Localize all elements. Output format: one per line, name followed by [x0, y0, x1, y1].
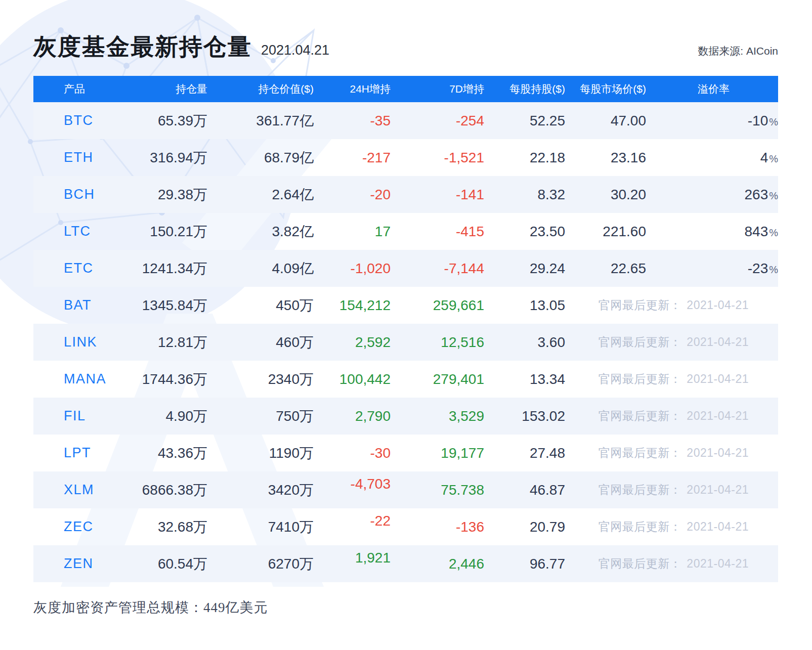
- official-update-date: 2021-04-21: [687, 520, 749, 533]
- holdings-cell: 316.94万: [135, 139, 207, 176]
- per-share-cell: 8.32: [484, 176, 565, 213]
- per-share-cell: 13.05: [484, 287, 565, 324]
- change-24h-cell: -35: [314, 102, 391, 139]
- column-header: 溢价率: [646, 76, 778, 102]
- holdings-value-cell: 460万: [207, 324, 314, 361]
- holdings-value-cell: 3.82亿: [207, 213, 314, 250]
- official-update-cell: 官网最后更新：2021-04-21: [565, 471, 778, 508]
- holdings-cell: 6866.38万: [135, 471, 207, 508]
- product-cell[interactable]: BTC: [33, 102, 135, 139]
- market-price-cell: 22.65: [565, 250, 646, 287]
- change-24h-cell: 17: [314, 213, 391, 250]
- change-24h-value: -20: [370, 187, 391, 202]
- change-7d-cell: 12,516: [391, 324, 484, 361]
- per-share-cell: 52.25: [484, 102, 565, 139]
- official-update-label: 官网最后更新：: [599, 372, 682, 385]
- change-24h-value: 2,790: [355, 408, 391, 424]
- change-7d-value: -7,144: [444, 261, 484, 276]
- change-24h-cell: -30: [314, 435, 391, 471]
- column-header: 每股持股($): [484, 76, 565, 102]
- change-7d-value: 75.738: [441, 482, 484, 498]
- data-source-label: 数据来源: AICoin: [698, 44, 778, 58]
- market-price-cell: 47.00: [565, 102, 646, 139]
- table-row: ETC1241.34万4.09亿-1,020-7,14429.2422.65-2…: [33, 250, 778, 287]
- change-7d-value: 3,529: [449, 408, 484, 424]
- premium-value: 4: [760, 150, 768, 165]
- page-container: 灰度基金最新持仓量 2021.04.21 数据来源: AICoin 产品持仓量持…: [0, 0, 812, 617]
- change-24h-value: 154,212: [339, 297, 391, 313]
- total-aum-note: 灰度加密资产管理总规模：449亿美元: [33, 598, 778, 617]
- premium-cell: -10%: [646, 102, 778, 139]
- change-24h-value: 1,921: [355, 550, 391, 566]
- percent-sign: %: [769, 264, 778, 275]
- column-header: 7D增持: [391, 76, 484, 102]
- product-cell[interactable]: ETH: [33, 139, 135, 176]
- table-row: ZEC32.68万7410万-22-13620.79官网最后更新：2021-04…: [33, 508, 778, 545]
- product-cell[interactable]: LPT: [33, 435, 135, 471]
- per-share-cell: 46.87: [484, 471, 565, 508]
- change-24h-cell: -1,020: [314, 250, 391, 287]
- official-update-cell: 官网最后更新：2021-04-21: [565, 508, 778, 545]
- product-cell[interactable]: MANA: [33, 361, 135, 398]
- holdings-cell: 1744.36万: [135, 361, 207, 398]
- change-24h-cell: -20: [314, 176, 391, 213]
- per-share-cell: 13.34: [484, 361, 565, 398]
- page-title: 灰度基金最新持仓量: [33, 31, 252, 63]
- official-update-date: 2021-04-21: [687, 298, 749, 312]
- change-24h-value: 100,442: [339, 371, 391, 387]
- product-cell[interactable]: LTC: [33, 213, 135, 250]
- change-24h-value: -217: [362, 150, 391, 165]
- change-7d-cell: -254: [391, 102, 484, 139]
- page-header: 灰度基金最新持仓量 2021.04.21 数据来源: AICoin: [33, 31, 778, 63]
- change-7d-cell: -1,521: [391, 139, 484, 176]
- table-row: MANA1744.36万2340万100,442279,40113.34官网最后…: [33, 361, 778, 398]
- change-24h-cell: -22: [314, 508, 391, 545]
- change-7d-value: -141: [456, 187, 484, 202]
- change-24h-cell: -217: [314, 139, 391, 176]
- product-cell[interactable]: LINK: [33, 324, 135, 361]
- product-cell[interactable]: ZEN: [33, 545, 135, 582]
- market-price-cell: 23.16: [565, 139, 646, 176]
- percent-sign: %: [769, 116, 778, 127]
- holdings-cell: 12.81万: [135, 324, 207, 361]
- per-share-cell: 96.77: [484, 545, 565, 582]
- change-24h-value: -30: [370, 445, 391, 461]
- holdings-cell: 150.21万: [135, 213, 207, 250]
- percent-sign: %: [769, 153, 778, 164]
- official-update-label: 官网最后更新：: [599, 557, 682, 570]
- change-7d-cell: 75.738: [391, 471, 484, 508]
- table-body: BTC65.39万361.77亿-35-25452.2547.00-10%ETH…: [33, 102, 778, 582]
- table-row: LTC150.21万3.82亿17-41523.50221.60843%: [33, 213, 778, 250]
- change-24h-value: -22: [370, 513, 391, 529]
- change-7d-value: -415: [456, 224, 484, 239]
- change-24h-value: -35: [370, 113, 391, 128]
- official-update-date: 2021-04-21: [687, 557, 749, 570]
- premium-cell: -23%: [646, 250, 778, 287]
- product-cell[interactable]: ZEC: [33, 508, 135, 545]
- header-row: 产品持仓量持仓价值($)24H增持7D增持每股持股($)每股市场价($)溢价率: [33, 76, 778, 102]
- product-cell[interactable]: BCH: [33, 176, 135, 213]
- holdings-cell: 4.90万: [135, 398, 207, 435]
- column-header: 24H增持: [314, 76, 391, 102]
- holdings-value-cell: 6270万: [207, 545, 314, 582]
- table-row: ZEN60.54万6270万1,9212,44696.77官网最后更新：2021…: [33, 545, 778, 582]
- change-7d-value: -136: [456, 519, 484, 535]
- holdings-cell: 43.36万: [135, 435, 207, 471]
- official-update-cell: 官网最后更新：2021-04-21: [565, 398, 778, 435]
- change-24h-cell: 100,442: [314, 361, 391, 398]
- product-cell[interactable]: ETC: [33, 250, 135, 287]
- change-7d-cell: 279,401: [391, 361, 484, 398]
- product-cell[interactable]: XLM: [33, 471, 135, 508]
- column-header: 持仓量: [135, 76, 207, 102]
- product-cell[interactable]: FIL: [33, 398, 135, 435]
- change-7d-value: 259,661: [433, 297, 484, 313]
- change-7d-value: 19,177: [441, 445, 484, 461]
- change-24h-cell: 2,790: [314, 398, 391, 435]
- change-7d-cell: -415: [391, 213, 484, 250]
- report-date: 2021.04.21: [261, 42, 329, 58]
- official-update-label: 官网最后更新：: [599, 483, 682, 496]
- product-cell[interactable]: BAT: [33, 287, 135, 324]
- holdings-value-cell: 361.77亿: [207, 102, 314, 139]
- change-24h-value: -1,020: [351, 261, 391, 276]
- market-price-cell: 30.20: [565, 176, 646, 213]
